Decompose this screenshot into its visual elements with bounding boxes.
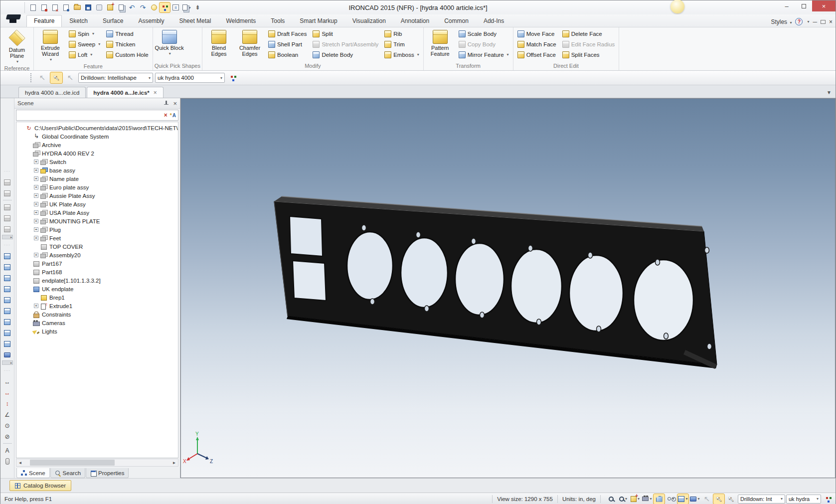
close-button[interactable]: × [812,0,836,11]
round-cutout-1[interactable] [347,232,393,300]
round-cutout-4[interactable] [511,249,562,323]
round-cutout-3[interactable] [455,243,504,315]
open-part-icon[interactable] [39,2,49,12]
emboss-button[interactable]: Emboss▾ [382,49,422,60]
tree-item-extrude1[interactable]: +Extrude1 [16,302,178,310]
model-uk-endplate[interactable]: Y X Z [181,99,836,478]
zoom-tools-icon[interactable]: ▾ [618,494,629,504]
tree-item-global-coordinate-system[interactable]: ↳Global Coordinate System [16,132,178,141]
measure-radius-icon[interactable]: ⊙ [2,420,13,431]
expand-icon[interactable]: + [34,160,38,164]
tab-smart-markup[interactable]: Smart Markup [292,15,344,27]
measure-distance-icon[interactable]: ↔ [2,376,13,387]
import-shape-icon[interactable] [94,2,104,12]
dropdown-arrow[interactable]: ▾ [697,497,699,501]
dropdown-arrow[interactable]: ▾ [188,5,190,10]
expand-icon[interactable]: + [34,219,38,223]
tree-item-uk-plate-assy[interactable]: +UK Plate Assy [16,200,178,208]
back-view-icon[interactable] [2,284,13,294]
sweep-button[interactable]: Sweep▾ [66,39,103,49]
look-at-face-icon[interactable] [2,262,13,272]
tab-feature[interactable]: Feature [26,15,62,27]
tree-item-switch[interactable]: +Switch [16,158,178,166]
tree-item-assembly20[interactable]: +Assembly20 [16,251,178,259]
restore-button[interactable] [795,0,812,11]
tree-item-lights[interactable]: Lights [16,327,178,336]
tree-item-mounting-plate[interactable]: +MOUNTING PLATE [16,217,178,225]
scale-body-button[interactable]: Scale Body [456,28,511,39]
rect-cutout-upper[interactable] [290,216,323,256]
zoom-window-icon[interactable] [606,494,617,504]
tree-item-endplate[interactable]: endplate[1.101.1.3.3.2] [16,276,178,285]
tab-sketch[interactable]: Sketch [62,15,95,27]
left-view-icon[interactable] [2,295,13,305]
tree-item-feet[interactable]: +Feet [16,234,178,242]
extrude-wizard-button[interactable]: Extrude Wizard▾ [35,28,65,63]
tab-annotation[interactable]: Annotation [393,15,437,27]
tab-visualization[interactable]: Visualization [345,15,393,27]
annotation-leader-icon[interactable]: A [2,445,13,456]
round-cutout-5[interactable] [569,255,623,331]
dropdown-arrow[interactable]: ▾ [90,52,92,57]
dropdown-arrow[interactable]: ▾ [685,497,687,501]
document-tab[interactable]: hydra 4000 a...le.ics*× [87,87,164,98]
fit-scene-view-icon[interactable] [2,251,13,261]
thicken-button[interactable]: Thicken [104,39,151,49]
expand-icon[interactable]: + [34,176,38,181]
doc-restore-icon[interactable] [821,20,826,24]
draft-faces-button[interactable]: Draft Faces [266,28,309,39]
tab-sheet-metal[interactable]: Sheet Metal [171,15,218,27]
dropdown-arrow[interactable]: ▾ [92,31,94,36]
expand-icon[interactable]: + [34,185,38,189]
tree-item-euro-plate-assy[interactable]: +Euro plate assy [16,183,178,191]
expand-icon[interactable]: + [34,253,38,257]
thread-button[interactable]: Thread [104,28,151,39]
tree-item-aussie-plate-assy[interactable]: +Aussie Plate Assy [16,191,178,200]
perspective-view-icon[interactable] [2,349,13,360]
scrollbar-thumb[interactable] [30,460,115,466]
styles-button[interactable]: Styles ▾ [771,18,792,25]
round-cutout-2[interactable] [401,238,448,308]
scene-browser-toggle-icon[interactable] [160,2,170,12]
front-view-icon[interactable] [2,273,13,283]
tree-item-base-assy[interactable]: +base assy [16,166,178,174]
move-face-button[interactable]: Move Face [515,28,559,39]
render-bulb-icon[interactable] [149,2,159,12]
boolean-subtract-icon[interactable] [2,202,13,212]
save-icon[interactable] [83,2,93,12]
trim-button[interactable]: Trim [382,39,422,49]
dropdown-arrow[interactable]: ▾ [220,76,222,80]
right-view-icon[interactable] [2,306,13,316]
panel-tab-scene[interactable]: Scene [16,468,50,478]
dropdown-arrow[interactable]: ▾ [98,42,100,46]
new-document-icon[interactable] [28,2,38,12]
select-alt-icon[interactable]: ↖ [725,494,736,504]
select-parent-icon[interactable]: ↖ [701,494,712,504]
expand-icon[interactable]: + [34,227,38,232]
expand-icon[interactable]: + [34,304,38,308]
custom-hole-button[interactable]: Custom Hole [104,49,151,60]
dropdown-arrow[interactable]: ▾ [507,52,509,57]
add-intellishape-icon[interactable] [2,177,13,187]
iso-view-icon[interactable] [2,338,13,349]
expand-icon[interactable]: + [34,210,38,215]
dropdown-arrow[interactable]: ▾ [149,76,151,80]
panel-tab-search[interactable]: Search [50,468,85,478]
tree-item-top-cover[interactable]: TOP COVER [16,242,178,251]
rect-cutout-lower[interactable] [293,261,326,301]
tree-item-hydra-4000-rev-2[interactable]: HYDRA 4000 REV 2 [16,149,178,158]
match-face-button[interactable]: Match Face [515,39,559,49]
clear-filter-icon[interactable]: × [164,112,167,119]
dropdown-arrow[interactable]: ▾ [417,52,419,57]
expand-icon[interactable]: + [34,236,38,240]
mirror-feature-button[interactable]: Mirror Feature▾ [456,49,511,60]
scene-filter-input[interactable]: × A [16,110,178,121]
scene-structure-icon[interactable] [823,494,834,504]
tree-item-part167[interactable]: Part167 [16,259,178,268]
tree-item-part168[interactable]: Part168 [16,268,178,276]
dropdown-arrow[interactable]: ▾ [625,497,627,501]
delete-face-button[interactable]: Delete Face [560,28,618,39]
dropdown-arrow[interactable]: ▾ [169,51,171,57]
redo-icon[interactable]: ↷ [138,2,148,12]
part-display-icon[interactable]: ▾ [689,494,700,504]
